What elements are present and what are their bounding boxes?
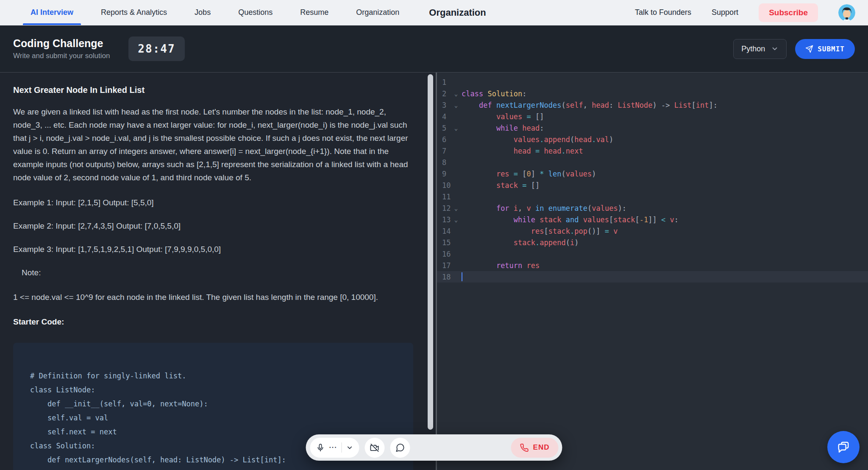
nav-tab-jobs[interactable]: Jobs — [187, 0, 218, 25]
microphone-control[interactable]: ··· — [310, 438, 359, 458]
problem-scrollbar-thumb[interactable] — [428, 74, 433, 430]
code-text: values.append(head.val) — [462, 135, 613, 144]
line-number: 4 — [437, 112, 451, 121]
code-text: stack = [] — [462, 181, 540, 190]
line-number: 6 — [437, 135, 451, 144]
code-line[interactable]: 10 stack = [] — [437, 179, 868, 191]
code-line[interactable]: 14 res[stack.pop()] = v — [437, 225, 868, 237]
navbar-right: Talk to Founders Support Subscribe — [635, 3, 868, 22]
end-call-label: END — [533, 443, 550, 452]
avatar-image — [838, 4, 855, 21]
countdown-timer: 28:47 — [128, 36, 184, 61]
challenge-subtitle: Write and submit your solution — [13, 52, 110, 60]
send-icon — [805, 45, 813, 53]
code-text: while head: — [462, 124, 544, 132]
code-line[interactable]: 13⌄ while stack and values[stack[-1]] < … — [437, 214, 868, 225]
problem-description: We are given a linked list with head as … — [13, 105, 413, 184]
text-cursor — [462, 272, 462, 281]
line-number: 9 — [437, 170, 451, 178]
nav-tab-questions[interactable]: Questions — [231, 0, 280, 25]
nav-tab-ai-interview[interactable]: AI Interview — [23, 0, 81, 25]
line-number: 13 — [437, 215, 451, 224]
editor-lines: 12⌄class Solution:3⌄ def nextLargerNodes… — [437, 76, 868, 283]
fold-chevron-icon[interactable]: ⌄ — [451, 90, 462, 97]
language-dropdown[interactable]: Python — [733, 39, 787, 59]
submit-button[interactable]: SUBMIT — [795, 39, 855, 59]
note-label: Note: — [22, 268, 413, 277]
fold-chevron-icon[interactable]: ⌄ — [451, 102, 462, 109]
line-number: 5 — [437, 124, 451, 132]
line-number: 18 — [437, 273, 451, 281]
code-line[interactable]: 11 — [437, 191, 868, 202]
starter-code-line: self.val = val — [30, 411, 396, 425]
language-value: Python — [741, 45, 765, 53]
end-call-button[interactable]: END — [511, 438, 559, 458]
starter-code-line: def __init__(self, val=0, next=None): — [30, 397, 396, 411]
fold-chevron-icon[interactable]: ⌄ — [451, 125, 462, 131]
code-line[interactable]: 15 stack.append(i) — [437, 237, 868, 248]
line-number: 14 — [437, 227, 451, 235]
subscribe-button[interactable]: Subscribe — [759, 3, 818, 22]
fold-chevron-icon[interactable]: ⌄ — [451, 216, 462, 223]
user-avatar[interactable] — [838, 4, 855, 21]
camera-toggle-button[interactable] — [364, 438, 384, 458]
problem-scrollbar-track[interactable] — [426, 73, 436, 470]
code-line[interactable]: 2⌄class Solution: — [437, 88, 868, 99]
chat-toggle-button[interactable] — [390, 438, 410, 458]
code-line[interactable]: 6 values.append(head.val) — [437, 134, 868, 145]
code-line[interactable]: 18 — [437, 271, 868, 283]
code-line[interactable]: 4 values = [] — [437, 111, 868, 122]
starter-code-line: class ListNode: — [30, 383, 396, 397]
line-number: 2 — [437, 90, 451, 98]
problem-title: Next Greater Node In Linked List — [13, 85, 413, 95]
camera-off-icon — [370, 443, 379, 453]
line-number: 3 — [437, 101, 451, 109]
main-area: Next Greater Node In Linked List We are … — [0, 72, 868, 470]
code-line[interactable]: 12⌄ for i, v in enumerate(values): — [437, 202, 868, 214]
code-line[interactable]: 7 head = head.next — [437, 145, 868, 157]
example-1: Example 1: Input: [2,1,5] Output: [5,5,0… — [13, 198, 413, 207]
code-line[interactable]: 8 — [437, 157, 868, 168]
fold-chevron-icon[interactable]: ⌄ — [451, 205, 462, 212]
nav-tab-resume[interactable]: Resume — [292, 0, 336, 25]
phone-icon — [520, 443, 529, 452]
code-text: values = [] — [462, 112, 544, 121]
nav-tab-organization[interactable]: Organization — [348, 0, 407, 25]
mic-group-divider — [341, 442, 342, 453]
double-chat-bubble-icon — [836, 439, 851, 455]
chat-bubble-icon — [395, 443, 405, 453]
code-text: return res — [462, 261, 540, 270]
line-number: 16 — [437, 250, 451, 258]
code-line[interactable]: 1 — [437, 76, 868, 88]
microphone-icon — [316, 443, 325, 452]
problem-panel: Next Greater Node In Linked List We are … — [0, 73, 426, 470]
code-text: res[stack.pop()] = v — [462, 227, 618, 235]
code-text: while stack and values[stack[-1]] < v: — [462, 215, 679, 224]
code-text: head = head.next — [462, 147, 583, 155]
nav-tab-reports-analytics[interactable]: Reports & Analytics — [93, 0, 175, 25]
code-line[interactable]: 17 return res — [437, 260, 868, 271]
submit-label: SUBMIT — [818, 45, 845, 53]
code-line[interactable]: 3⌄ def nextLargerNodes(self, head: ListN… — [437, 99, 868, 111]
starter-code-label: Starter Code: — [13, 317, 413, 327]
code-line[interactable]: 5⌄ while head: — [437, 122, 868, 134]
code-text: stack.append(i) — [462, 238, 579, 247]
page-title: Organization — [429, 7, 486, 18]
challenge-toolbar: Coding Challenge Write and submit your s… — [0, 25, 868, 72]
line-number: 1 — [437, 78, 451, 87]
mic-options-chevron-icon[interactable] — [346, 444, 353, 451]
starter-code-line: # Definition for singly-linked list. — [30, 369, 396, 383]
line-number: 11 — [437, 193, 451, 201]
constraint-text: 1 <= node.val <= 10^9 for each node in t… — [13, 293, 413, 302]
code-editor[interactable]: 12⌄class Solution:3⌄ def nextLargerNodes… — [437, 73, 868, 470]
example-3: Example 3: Input: [1,7,5,1,9,2,5,1] Outp… — [13, 245, 413, 254]
example-2: Example 2: Input: [2,7,4,3,5] Output: [7… — [13, 221, 413, 231]
support-link[interactable]: Support — [712, 8, 738, 17]
code-line[interactable]: 16 — [437, 248, 868, 260]
call-control-bar: ··· END — [306, 434, 562, 461]
mic-level-dots-icon: ··· — [329, 444, 337, 451]
line-number: 8 — [437, 158, 451, 167]
talk-to-founders-link[interactable]: Talk to Founders — [635, 8, 691, 17]
chat-fab-button[interactable] — [827, 431, 860, 463]
code-line[interactable]: 9 res = [0] * len(values) — [437, 168, 868, 179]
